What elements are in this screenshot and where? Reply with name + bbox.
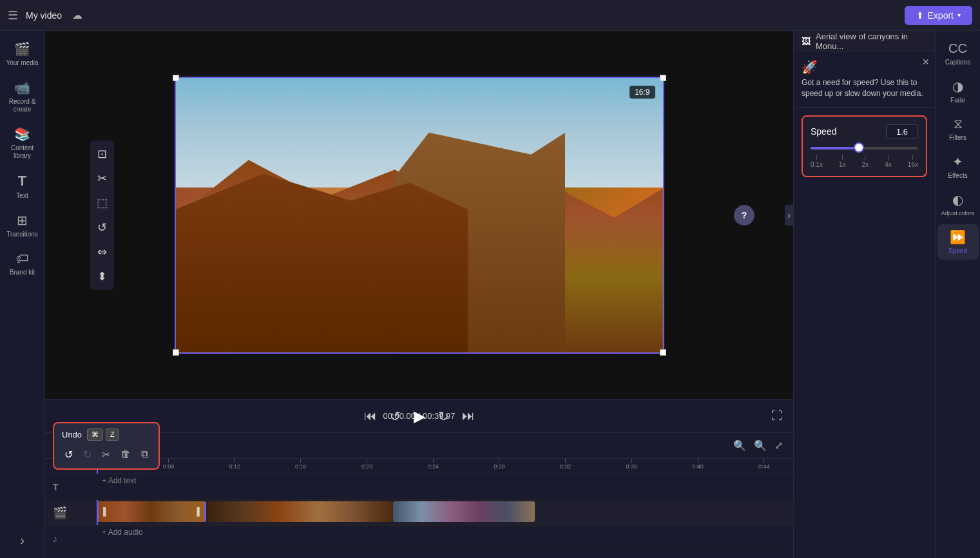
speed-mark-01x: 0.1x xyxy=(811,155,823,168)
adjust-colors-tool[interactable]: ◐ Adjust colors xyxy=(937,187,979,222)
resize-handle-topleft[interactable] xyxy=(173,75,179,81)
add-audio-button[interactable]: + Add audio xyxy=(97,525,148,539)
effects-tool[interactable]: ✦ Effects xyxy=(937,149,979,184)
ruler-mark-4: 0:20 xyxy=(361,459,373,470)
zoom-in-button[interactable]: 🔍 xyxy=(751,437,769,454)
sidebar-item-content-library[interactable]: 📚 Content library xyxy=(2,121,43,165)
zoom-out-button[interactable]: 🔍 xyxy=(731,437,749,454)
delete-button[interactable]: 🗑 xyxy=(118,446,133,463)
speed-tooltip: ✕ 🚀 Got a need for speed? Use this to sp… xyxy=(794,52,935,108)
group-button[interactable]: ⧉ xyxy=(139,446,151,463)
mirror-vertical-button[interactable]: ⬍ xyxy=(94,267,110,286)
export-label: Export xyxy=(928,10,954,21)
mirror-horizontal-button[interactable]: ⇔ xyxy=(94,242,110,262)
skip-forward-button[interactable]: ⏭ xyxy=(462,409,475,423)
resize-handle-bottomleft[interactable] xyxy=(173,349,179,356)
undo-tooltip: Undo ⌘ Z ↺ ↻ ✂ 🗑 ⧉ xyxy=(53,422,160,470)
speed-slider-track[interactable] xyxy=(811,147,918,149)
skip-back-button[interactable]: ⏮ xyxy=(364,409,377,423)
fullscreen-button[interactable]: ⛶ xyxy=(771,409,783,423)
speed-icon: ⏩ xyxy=(950,229,966,245)
fade-tool[interactable]: ◑ Fade xyxy=(937,73,979,109)
speed-mark-16x: 16x xyxy=(908,155,918,168)
speed-mark-1x: 1x xyxy=(839,155,846,168)
sidebar-item-record-create[interactable]: 📹 Record & create xyxy=(2,75,43,119)
captions-icon: CC xyxy=(948,41,967,56)
center-content: 16:9 ⊡ ✂ ⬚ ↺ ⇔ ⬍ ? › ⏮ ↺ ▶ ↻ ⏭ 00:00.00 … xyxy=(45,31,793,558)
speed-slider-thumb[interactable] xyxy=(854,142,864,153)
speed-marks: 0.1x 1x 2x 4x xyxy=(811,155,918,168)
project-title[interactable]: My video xyxy=(26,10,62,21)
rotate-button[interactable]: ↺ xyxy=(94,218,110,237)
filters-tool[interactable]: ⧖ Filters xyxy=(937,111,979,146)
main-area: 🎬 Your media 📹 Record & create 📚 Content… xyxy=(0,31,980,558)
transitions-icon: ⊞ xyxy=(17,213,28,228)
ruler-mark-10: 0:44 xyxy=(758,459,770,470)
right-panel: 🖼 Aerial view of canyons in Monu... ✕ 🚀 … xyxy=(793,31,980,558)
crop-button[interactable]: ✂ xyxy=(94,169,110,188)
captions-tool[interactable]: CC Captions xyxy=(937,36,979,71)
video-track-row: 🎬 ▐ ▌ xyxy=(45,500,793,526)
speed-label: Speed xyxy=(811,126,836,137)
right-panel-collapse-button[interactable]: › xyxy=(785,205,793,226)
video-track-content[interactable]: ▐ ▌ xyxy=(97,500,793,525)
aspect-ratio-badge: 16:9 xyxy=(629,86,655,99)
sidebar-item-brand-kit[interactable]: 🏷 Brand kit xyxy=(2,246,43,282)
export-button[interactable]: ⬆ Export ▾ xyxy=(905,6,972,25)
expand-timeline-button[interactable]: ⤢ xyxy=(772,437,785,454)
text-icon: T xyxy=(18,173,26,189)
track-playhead xyxy=(97,500,98,525)
video-frame xyxy=(176,78,663,352)
clip-1[interactable]: ▐ ▌ xyxy=(97,501,206,522)
timeline-tracks: T + Add text 🎬 xyxy=(45,474,793,558)
save-to-cloud-icon[interactable]: ☁ xyxy=(72,9,82,21)
sidebar-item-transitions[interactable]: ⊞ Transitions xyxy=(2,207,43,244)
ruler-mark-8: 0:36 xyxy=(626,459,638,470)
left-tool-strip: ⊡ ✂ ⬚ ↺ ⇔ ⬍ xyxy=(90,140,114,290)
timeline: Undo ⌘ Z ↺ ↻ ✂ 🗑 ⧉ xyxy=(45,432,793,558)
undo-tooltip-text: Undo xyxy=(62,430,82,439)
collapse-icon: › xyxy=(20,533,24,548)
filters-icon: ⧖ xyxy=(954,117,963,131)
speed-tooltip-emoji: 🚀 xyxy=(802,59,927,75)
video-track-label: 🎬 xyxy=(45,506,97,520)
rock-layer-left xyxy=(176,174,468,352)
speed-control: Speed 1.6 0.1x 1x xyxy=(802,115,927,177)
audio-track-row: ♪ + Add audio xyxy=(45,526,793,552)
fit-button[interactable]: ⊡ xyxy=(94,144,110,164)
resize-handle-topright[interactable] xyxy=(660,75,666,81)
menu-icon[interactable]: ☰ xyxy=(8,8,18,23)
timeline-toolbar: Undo ⌘ Z ↺ ↻ ✂ 🗑 ⧉ xyxy=(45,433,793,459)
brand-kit-icon: 🏷 xyxy=(16,251,29,266)
speed-tooltip-close-button[interactable]: ✕ xyxy=(922,57,930,67)
undo-key-cmd: ⌘ xyxy=(87,428,103,441)
video-canvas[interactable]: 16:9 xyxy=(175,77,664,354)
sidebar-item-your-media[interactable]: 🎬 Your media xyxy=(2,36,43,72)
right-icon-toolbar: CC Captions ◑ Fade ⧖ Filters ✦ Effects ◐… xyxy=(935,31,980,558)
audio-track-label: ♪ xyxy=(45,534,97,544)
sidebar-collapse-button[interactable]: › xyxy=(2,528,43,553)
add-text-button[interactable]: + Add text xyxy=(97,474,142,488)
clip-2[interactable] xyxy=(206,501,393,522)
speed-value-input[interactable]: 1.6 xyxy=(886,124,918,139)
clip-3[interactable] xyxy=(393,501,535,522)
undo-button[interactable]: ↺ xyxy=(62,446,75,463)
background-button[interactable]: ⬚ xyxy=(94,193,110,213)
text-track-row: T + Add text xyxy=(45,474,793,500)
record-create-icon: 📹 xyxy=(14,80,30,95)
ruler-mark-5: 0:24 xyxy=(427,459,439,470)
speed-tool[interactable]: ⏩ Speed xyxy=(937,224,979,260)
video-thumbnail-icon: 🖼 xyxy=(802,36,811,46)
ruler-mark-7: 0:32 xyxy=(560,459,572,470)
effects-icon: ✦ xyxy=(952,154,963,169)
resize-handle-bottomright[interactable] xyxy=(660,349,666,356)
sidebar-item-text[interactable]: T Text xyxy=(2,168,43,205)
cut-button[interactable]: ✂ xyxy=(99,446,113,463)
ruler-mark-6: 0:28 xyxy=(494,459,505,470)
help-button[interactable]: ? xyxy=(734,205,754,226)
left-sidebar: 🎬 Your media 📹 Record & create 📚 Content… xyxy=(0,31,45,558)
text-track-content[interactable]: + Add text xyxy=(97,474,793,499)
audio-track-content[interactable]: + Add audio xyxy=(97,526,793,551)
topbar: ☰ My video ☁ ⬆ Export ▾ xyxy=(0,0,980,31)
redo-button[interactable]: ↻ xyxy=(81,446,94,463)
